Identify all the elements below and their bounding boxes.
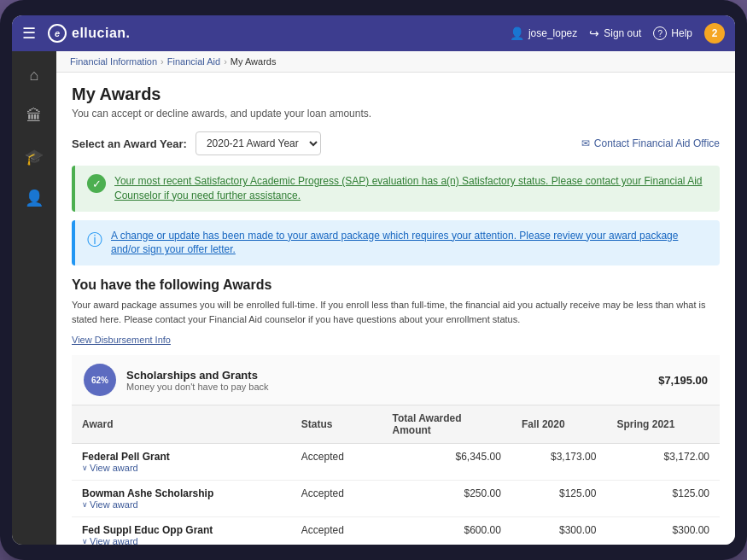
info-icon: ⓘ [87, 230, 102, 250]
fall-cell-2: $125.00 [511, 481, 606, 517]
sidebar-item-academics[interactable]: 🎓 [17, 140, 51, 174]
award-year-label: Select an Award Year: [72, 137, 187, 150]
ellucian-logo-icon: e [48, 24, 67, 43]
contact-financial-aid-link[interactable]: ✉ Contact Financial Aid Office [581, 137, 720, 149]
spring-cell-1: $3,172.00 [606, 444, 720, 481]
table-row: Bowman Ashe Scholarship ∨ View award Acc… [72, 481, 720, 517]
sidebar-item-home[interactable]: ⌂ [17, 58, 51, 92]
sidebar: ⌂ 🏛 🎓 👤 [12, 51, 56, 545]
scholarship-subtitle: Money you don't have to pay back [126, 382, 648, 392]
awards-description: Your award package assumes you will be e… [72, 298, 720, 326]
alert-blue: ⓘ A change or update has been made to yo… [72, 220, 720, 266]
scholarship-info: Scholarships and Grants Money you don't … [126, 369, 648, 392]
awards-section-title: You have the following Awards [72, 277, 720, 293]
total-cell-2: $250.00 [382, 481, 511, 517]
page-content: My Awards You can accept or decline awar… [56, 73, 735, 545]
user-info: 👤 jose_lopez [510, 26, 577, 40]
chevron-down-icon: ∨ [82, 464, 88, 472]
notification-badge[interactable]: 2 [704, 23, 725, 44]
help-label: Help [671, 27, 692, 39]
breadcrumb-sep-2: › [224, 56, 227, 67]
alert-green-text[interactable]: Your most recent Satisfactory Academic P… [114, 174, 708, 203]
award-year-row: Select an Award Year: 2020-21 Award Year… [72, 131, 720, 155]
alert-green: ✓ Your most recent Satisfactory Academic… [72, 166, 720, 212]
award-name-3: Fed Suppl Educ Opp Grant [82, 524, 281, 536]
sidebar-item-profile[interactable]: 👤 [17, 181, 51, 215]
mail-icon: ✉ [581, 137, 590, 149]
view-award-link-3[interactable]: ∨ View award [82, 536, 281, 545]
signout-label: Sign out [604, 27, 641, 39]
view-award-link-1[interactable]: ∨ View award [82, 463, 281, 473]
award-name-cell: Federal Pell Grant ∨ View award [72, 444, 291, 481]
help-button[interactable]: ? Help [653, 26, 692, 40]
breadcrumb-financial-aid[interactable]: Financial Aid [167, 56, 220, 67]
scholarship-amount: $7,195.00 [658, 374, 708, 387]
view-award-link-2[interactable]: ∨ View award [82, 499, 281, 510]
tablet-frame: ☰ e ellucian. 👤 jose_lopez ↪ Sign out ? [0, 0, 747, 560]
scholarship-banner: 62% Scholarships and Grants Money you do… [72, 355, 720, 405]
table-row: Fed Suppl Educ Opp Grant ∨ View award Ac… [72, 517, 720, 545]
total-cell-3: $600.00 [382, 517, 511, 545]
spring-cell-3: $300.00 [606, 517, 720, 545]
checkmark-icon: ✓ [87, 174, 106, 193]
spring-cell-2: $125.00 [606, 481, 720, 517]
logo-area: e ellucian. [48, 24, 510, 43]
breadcrumb-financial-information[interactable]: Financial Information [70, 56, 157, 67]
col-award: Award [72, 405, 291, 444]
award-year-select[interactable]: 2020-21 Award Year [196, 131, 321, 155]
awards-table: Award Status Total AwardedAmount Fall 20… [72, 405, 720, 545]
status-cell-1: Accepted [291, 444, 382, 481]
signout-icon: ↪ [589, 26, 599, 40]
user-icon: 👤 [510, 26, 524, 40]
top-nav: ☰ e ellucian. 👤 jose_lopez ↪ Sign out ? [12, 15, 735, 51]
total-cell-1: $6,345.00 [382, 444, 511, 481]
contact-label: Contact Financial Aid Office [594, 137, 720, 149]
main-layout: ⌂ 🏛 🎓 👤 Financial Information › Financia… [12, 51, 735, 545]
col-total: Total AwardedAmount [382, 405, 511, 444]
award-name: Federal Pell Grant [82, 451, 281, 463]
signout-button[interactable]: ↪ Sign out [589, 26, 641, 40]
page-title: My Awards [72, 85, 720, 104]
breadcrumb-my-awards: My Awards [231, 56, 277, 67]
nav-right: 👤 jose_lopez ↪ Sign out ? Help 2 [510, 23, 725, 44]
disbursement-link[interactable]: View Disbursement Info [72, 335, 171, 345]
award-name-cell-2: Bowman Ashe Scholarship ∨ View award [72, 481, 291, 517]
main-content: Financial Information › Financial Aid › … [56, 51, 735, 545]
table-header-row: Award Status Total AwardedAmount Fall 20… [72, 405, 720, 444]
chevron-down-icon-3: ∨ [82, 537, 88, 545]
chevron-down-icon-2: ∨ [82, 500, 88, 509]
status-cell-3: Accepted [291, 517, 382, 545]
scholarship-percentage: 62% [84, 364, 116, 396]
award-name-cell-3: Fed Suppl Educ Opp Grant ∨ View award [72, 517, 291, 545]
col-fall: Fall 2020 [511, 405, 606, 444]
breadcrumb: Financial Information › Financial Aid › … [56, 51, 735, 73]
table-row: Federal Pell Grant ∨ View award Accepted… [72, 444, 720, 481]
status-cell-2: Accepted [291, 481, 382, 517]
award-name-2: Bowman Ashe Scholarship [82, 487, 281, 499]
fall-cell-1: $3,173.00 [511, 444, 606, 481]
alert-blue-text[interactable]: A change or update has been made to your… [111, 229, 708, 258]
help-icon: ? [653, 26, 667, 40]
award-year-left: Select an Award Year: 2020-21 Award Year [72, 131, 321, 155]
sidebar-item-institution[interactable]: 🏛 [17, 99, 51, 133]
col-spring: Spring 2021 [606, 405, 720, 444]
scholarship-title: Scholarships and Grants [126, 369, 648, 382]
breadcrumb-sep-1: › [160, 56, 164, 67]
tablet-screen: ☰ e ellucian. 👤 jose_lopez ↪ Sign out ? [12, 15, 735, 545]
hamburger-menu-icon[interactable]: ☰ [22, 24, 36, 43]
page-subtitle: You can accept or decline awards, and up… [72, 108, 720, 120]
fall-cell-3: $300.00 [511, 517, 606, 545]
col-status: Status [291, 405, 382, 444]
logo-text: ellucian. [72, 26, 131, 41]
username-label: jose_lopez [528, 27, 577, 39]
